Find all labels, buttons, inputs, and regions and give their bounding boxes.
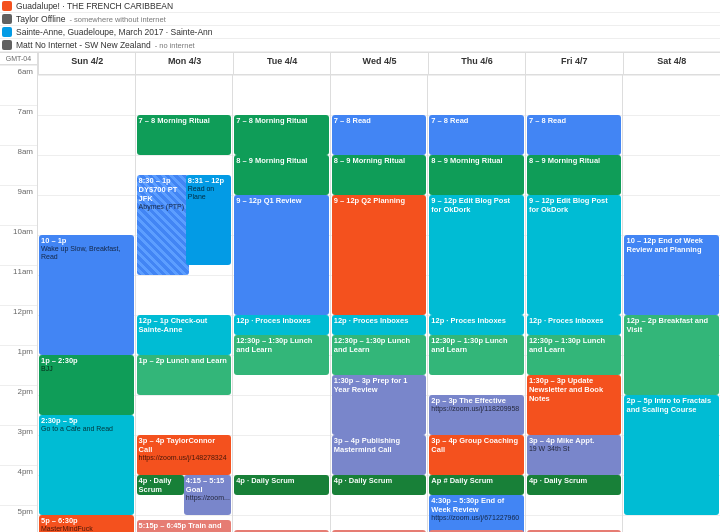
event-tue-morning[interactable]: 7 – 8 Morning Ritual	[234, 115, 329, 155]
event-title: 8 – 9 Morning Ritual	[431, 156, 522, 165]
header-wed: Wed 4/5	[330, 53, 427, 74]
event-sun-mmf[interactable]: 5p – 6:30p MasterMindFuck https://zoom.u…	[39, 515, 134, 532]
time-1pm: 1pm	[0, 345, 37, 385]
event-fri-read[interactable]: 7 – 8 Read	[527, 115, 622, 155]
event-sun-cafe[interactable]: 2:30p – 5p Go to a Cafe and Read	[39, 415, 134, 515]
event-wed-inbox[interactable]: 12p · Proces Inboxes	[332, 315, 427, 335]
event-thu-lunch[interactable]: 12:30p – 1:30p Lunch and Learn	[429, 335, 524, 375]
line-6am-mon	[136, 75, 233, 76]
event-fri-lunch[interactable]: 12:30p – 1:30p Lunch and Learn	[527, 335, 622, 375]
event-mon-train-fb[interactable]: 5:15p – 6:45p Train and Post in FB Group	[137, 520, 232, 532]
event-title: 12:30p – 1:30p Lunch and Learn	[334, 336, 425, 354]
banner-color-4	[2, 40, 12, 50]
event-sat-fractals[interactable]: 2p – 5p Intro to Fractals and Scaling Co…	[624, 395, 719, 515]
event-wed-prep[interactable]: 1:30p – 3p Prep for 1 Year Review	[332, 375, 427, 435]
banner-row-2: Taylor Offline - somewhere without inter…	[0, 13, 720, 26]
event-tue-daily-scrum[interactable]: 4p · Daily Scrum	[234, 475, 329, 495]
event-tue-q1[interactable]: 9 – 12p Q1 Review	[234, 195, 329, 315]
day-col-thu: 7 – 8 Read 8 – 9 Morning Ritual 9 – 12p …	[427, 75, 525, 532]
line-3pm-tue	[233, 435, 330, 436]
event-title: 12p · Proces Inboxes	[529, 316, 620, 325]
event-thu-coaching[interactable]: 3p – 4p Group Coaching Call	[429, 435, 524, 475]
event-fri-mike[interactable]: 3p – 4p Mike Appt. 19 W 34th St	[527, 435, 622, 475]
event-tue-inbox[interactable]: 12p · Proces Inboxes	[234, 315, 329, 335]
event-fri-inbox[interactable]: 12p · Proces Inboxes	[527, 315, 622, 335]
event-title: 2p – 3p The Effective	[431, 396, 522, 405]
event-wed-q2[interactable]: 9 – 12p Q2 Planning	[332, 195, 427, 315]
event-title: 12:30p – 1:30p Lunch and Learn	[236, 336, 327, 354]
event-mon-taylor[interactable]: 3p – 4p TaylorConnor Call https://zoom.u…	[137, 435, 232, 475]
days-container: Sun 4/2 Mon 4/3 Tue 4/4 Wed 4/5 Thu 4/6 …	[38, 53, 720, 532]
event-title: 12p – 2p Breakfast and Visit	[626, 316, 717, 334]
event-title: 4:30p – 5:30p End of Week Review	[431, 496, 522, 514]
line-2pm-tue	[233, 395, 330, 396]
event-wed-lunch[interactable]: 12:30p – 1:30p Lunch and Learn	[332, 335, 427, 375]
event-mon-checkout[interactable]: 12p – 1p Check-out Sainte-Anne	[137, 315, 232, 355]
event-sat-eow[interactable]: 10 – 12p End of Week Review and Planning	[624, 235, 719, 315]
event-title: 10 – 12p End of Week Review and Planning	[626, 236, 717, 254]
event-tue-lunch[interactable]: 12:30p – 1:30p Lunch and Learn	[234, 335, 329, 375]
time-12pm: 12pm	[0, 305, 37, 345]
event-mon-lunch[interactable]: 1p – 2p Lunch and Learn	[137, 355, 232, 395]
event-title: 3p – 4p Publishing Mastermind Call	[334, 436, 425, 454]
event-title: 12:30p – 1:30p Lunch and Learn	[529, 336, 620, 354]
line-6am-sat	[623, 75, 720, 76]
header-fri: Fri 4/7	[525, 53, 622, 74]
line-6am-sun	[38, 75, 135, 76]
event-thu-morning[interactable]: 8 – 9 Morning Ritual	[429, 155, 524, 195]
line-6am-fri	[526, 75, 623, 76]
event-title: 2p – 5p Intro to Fractals and Scaling Co…	[626, 396, 717, 414]
event-sub: MasterMindFuck	[41, 525, 132, 532]
event-thu-effective[interactable]: 2p – 3p The Effective https://zoom.us/j/…	[429, 395, 524, 435]
event-mon-morning[interactable]: 7 – 8 Morning Ritual	[137, 115, 232, 155]
event-thu-eow[interactable]: 4:30p – 5:30p End of Week Review https:/…	[429, 495, 524, 532]
day-label-thu: Thu 4/6	[461, 56, 493, 66]
event-wed-morning[interactable]: 8 – 9 Morning Ritual	[332, 155, 427, 195]
event-mon-daily-scrum[interactable]: 4p · Daily Scrum	[137, 475, 184, 495]
event-sub: https://zoom...	[186, 494, 229, 502]
event-mon-dy700[interactable]: 8:30 – 1p DY$700 PT JFK Abymes (PTP)	[137, 175, 189, 275]
day-col-mon: 7 – 8 Morning Ritual 8:30 – 1p DY$700 PT…	[135, 75, 233, 532]
event-sub: Go to a Cafe and Read	[41, 425, 132, 433]
event-sun-bjj[interactable]: 1p – 2:30p BJJ	[39, 355, 134, 415]
line-5pm-mon	[136, 515, 233, 516]
event-title: 7 – 8 Read	[431, 116, 522, 125]
day-col-tue: 7 – 8 Morning Ritual 8 – 9 Morning Ritua…	[232, 75, 330, 532]
line-6am-tue	[233, 75, 330, 76]
banner-row-4: Matt No Internet - SW New Zealand - no i…	[0, 39, 720, 52]
event-wed-read[interactable]: 7 – 8 Read	[332, 115, 427, 155]
event-wed-pub[interactable]: 3p – 4p Publishing Mastermind Call	[332, 435, 427, 475]
line-7am-sun	[38, 115, 135, 116]
event-thu-blog[interactable]: 9 – 12p Edit Blog Post for OkDork	[429, 195, 524, 315]
banner-text-1: Guadalupe! · THE FRENCH CARIBBEAN	[16, 1, 173, 11]
event-fri-newsletter[interactable]: 1:30p – 3p Update Newsletter and Book No…	[527, 375, 622, 435]
event-wed-daily-scrum[interactable]: 4p · Daily Scrum	[332, 475, 427, 495]
day-label-sat: Sat 4/8	[657, 56, 686, 66]
event-sun-wake[interactable]: 10 – 1p Wake up Slow, Breakfast, Read	[39, 235, 134, 355]
event-title: 3p – 4p TaylorConnor Call	[139, 436, 230, 454]
event-fri-morning[interactable]: 8 – 9 Morning Ritual	[527, 155, 622, 195]
day-label-fri: Fri 4/7	[561, 56, 588, 66]
time-9am: 9am	[0, 185, 37, 225]
line-2pm-mon	[136, 395, 233, 396]
event-title: 9 – 12p Edit Blog Post for OkDork	[529, 196, 620, 214]
event-thu-inbox[interactable]: 12p · Proces Inboxes	[429, 315, 524, 335]
event-fri-daily-scrum[interactable]: 4p · Daily Scrum	[527, 475, 622, 495]
event-thu-read[interactable]: 7 – 8 Read	[429, 115, 524, 155]
event-fri-blog[interactable]: 9 – 12p Edit Blog Post for OkDork	[527, 195, 622, 315]
event-title: 1:30p – 3p Update Newsletter and Book No…	[529, 376, 620, 403]
event-title: 9 – 12p Q1 Review	[236, 196, 327, 205]
event-title: 8 – 9 Morning Ritual	[334, 156, 425, 165]
event-thu-daily-scrum[interactable]: Ap # Daily Scrum	[429, 475, 524, 495]
line-5pm-sat	[623, 515, 720, 516]
banner-text-4: Matt No Internet - SW New Zealand	[16, 40, 151, 50]
line-8am-mon	[136, 155, 233, 156]
time-5pm: 5pm	[0, 505, 37, 532]
event-sub: https://zoom.us/j/118209958	[431, 405, 522, 413]
event-sat-breakfast[interactable]: 12p – 2p Breakfast and Visit	[624, 315, 719, 395]
event-mon-goal[interactable]: 4:15 – 5:15 Goal https://zoom...	[184, 475, 231, 515]
event-tue-morning2[interactable]: 8 – 9 Morning Ritual	[234, 155, 329, 195]
event-title: 8 – 9 Morning Ritual	[236, 156, 327, 165]
line-5pm-fri	[526, 515, 623, 516]
event-mon-read-plane[interactable]: 8:31 – 12p Read on Plane	[186, 175, 231, 265]
